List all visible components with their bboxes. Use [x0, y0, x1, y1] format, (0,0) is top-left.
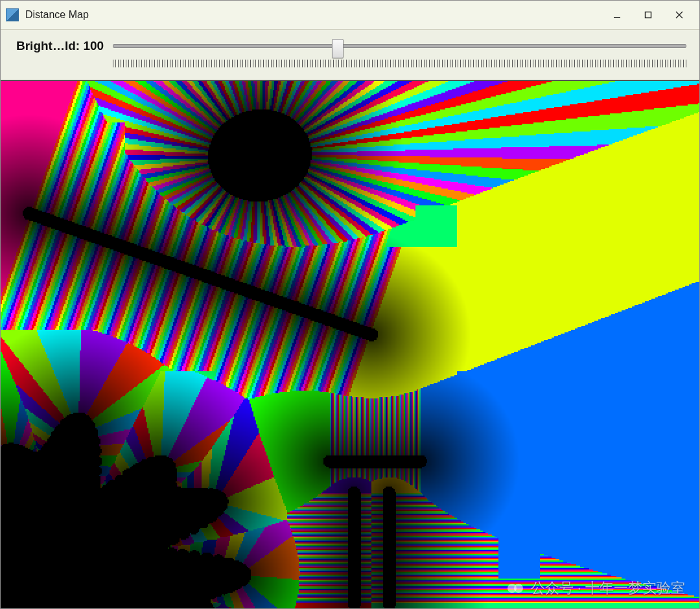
- slider-track: [113, 44, 686, 48]
- brightness-slider-label: Bright…Id: 100: [16, 39, 104, 53]
- svg-rect-0: [614, 17, 620, 18]
- minimize-button[interactable]: [602, 4, 632, 26]
- titlebar[interactable]: Distance Map: [1, 1, 699, 30]
- app-icon: [6, 8, 19, 21]
- brightness-slider[interactable]: [113, 38, 686, 74]
- distance-map-canvas: [1, 81, 699, 608]
- slider-ticks: [113, 60, 686, 67]
- slider-thumb[interactable]: [332, 39, 344, 58]
- visualization-viewport: 公众号 · 十年一梦实验室: [1, 80, 699, 608]
- window-title: Distance Map: [25, 9, 89, 21]
- minimize-icon: [613, 11, 621, 19]
- close-icon: [675, 11, 683, 19]
- maximize-icon: [644, 11, 652, 19]
- maximize-button[interactable]: [633, 4, 663, 26]
- svg-rect-1: [646, 12, 651, 18]
- app-window: Distance Map Bright…Id: 100 公众号 · 十年一梦实验…: [0, 0, 700, 609]
- slider-toolbar: Bright…Id: 100: [1, 30, 699, 80]
- close-button[interactable]: [664, 4, 694, 26]
